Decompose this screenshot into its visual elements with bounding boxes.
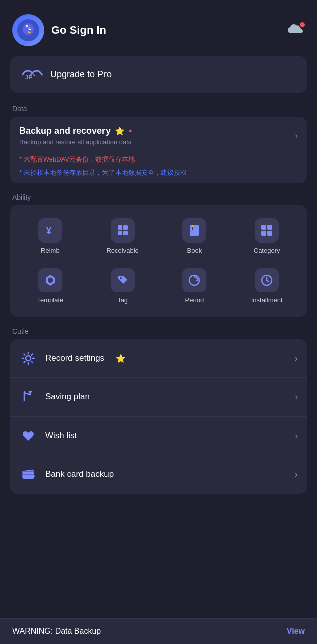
backup-row[interactable]: Backup and recovery ⭐ • Backup and resto… (10, 117, 307, 153)
upgrade-banner[interactable]: JP Upgrade to Pro (10, 56, 307, 93)
ability-item-receivable[interactable]: Receivable (86, 213, 159, 259)
saving-plan-label: Saving plan (45, 392, 90, 402)
backup-info: Backup and recovery ⭐ • Backup and resto… (19, 126, 132, 146)
record-settings-icon (19, 349, 37, 367)
ability-section-label: Ability (0, 189, 317, 205)
template-icon (38, 268, 62, 292)
warning-blue: * 未授权本地备份存放目录，为了本地数据安全，建议授权 (10, 166, 307, 183)
record-settings-label: Record settings (45, 353, 104, 363)
template-label: Template (37, 296, 64, 304)
data-section-label: Data (0, 101, 317, 117)
bottom-warning-text: WARNING: Data Backup (12, 627, 101, 636)
bank-card-icon (19, 465, 37, 484)
list-item-saving-plan[interactable]: Saving plan › (10, 378, 307, 417)
category-label: Category (254, 247, 280, 254)
ability-item-book[interactable]: Book (159, 213, 231, 259)
svg-rect-8 (123, 225, 128, 230)
book-label: Book (187, 247, 202, 254)
ability-grid: ¥ Reimb Receivable (14, 213, 303, 309)
list-item-record-settings[interactable]: Record settings ⭐ › (10, 339, 307, 378)
period-icon (182, 268, 206, 292)
upgrade-text: Upgrade to Pro (50, 69, 112, 80)
reimb-label: Reimb (41, 247, 60, 254)
period-label: Period (185, 296, 204, 304)
bank-card-chevron-icon: › (295, 469, 298, 480)
svg-rect-25 (23, 474, 34, 475)
installment-icon (255, 268, 279, 292)
tag-icon (111, 268, 135, 292)
category-icon (255, 218, 279, 243)
record-settings-chevron-icon: › (295, 353, 298, 364)
svg-rect-16 (267, 231, 272, 236)
header-title: Go Sign In (51, 24, 107, 37)
tag-label: Tag (117, 296, 128, 304)
bottom-view-button[interactable]: View (287, 627, 305, 636)
svg-text:¥: ¥ (26, 24, 28, 29)
svg-rect-10 (123, 231, 128, 235)
backup-title: Backup and recovery ⭐ • (19, 126, 132, 136)
backup-star-icon: ⭐ (115, 126, 125, 136)
cutie-section-label: Cutie (0, 323, 317, 339)
upgrade-logo: JP (20, 65, 44, 84)
avatar[interactable]: ¥ (12, 14, 44, 46)
installment-label: Installment (251, 296, 283, 304)
backup-chevron-icon: › (295, 131, 298, 141)
svg-rect-14 (267, 225, 272, 230)
header: ¥ Go Sign In (0, 0, 317, 56)
book-icon (182, 218, 206, 243)
wish-list-label: Wish list (45, 431, 77, 441)
ability-item-installment[interactable]: Installment (231, 263, 303, 309)
bottom-warning-bar: WARNING: Data Backup View (0, 618, 317, 644)
bank-card-left: Bank card backup (19, 465, 114, 484)
saving-plan-chevron-icon: › (295, 392, 298, 403)
saving-plan-left: Saving plan (19, 388, 90, 406)
list-item-wish-list[interactable]: Wish list › (10, 417, 307, 455)
saving-plan-icon (19, 388, 37, 406)
backup-dot-icon: • (129, 126, 132, 136)
svg-text:¥: ¥ (46, 226, 51, 236)
ability-item-category[interactable]: Category (231, 213, 303, 259)
cloud-notification-icon[interactable] (287, 22, 305, 38)
receivable-label: Receivable (106, 247, 138, 254)
ability-card: ¥ Reimb Receivable (10, 205, 307, 317)
cutie-list-card: Record settings ⭐ › Saving plan › (10, 339, 307, 494)
backup-card: Backup and recovery ⭐ • Backup and resto… (10, 117, 307, 183)
svg-rect-7 (118, 225, 122, 230)
svg-rect-11 (190, 225, 199, 236)
header-left: ¥ Go Sign In (12, 14, 107, 46)
record-settings-star-icon: ⭐ (116, 354, 126, 363)
wish-list-icon (19, 427, 37, 445)
list-item-bank-card-backup[interactable]: Bank card backup › (10, 455, 307, 494)
ability-item-period[interactable]: Period (159, 263, 231, 309)
svg-point-20 (26, 356, 31, 361)
svg-point-17 (120, 277, 122, 279)
bank-card-label: Bank card backup (45, 469, 114, 479)
svg-rect-13 (261, 225, 266, 230)
backup-subtitle: Backup and restore all application data (19, 138, 132, 146)
record-settings-left: Record settings ⭐ (19, 349, 126, 367)
svg-text:JP: JP (25, 74, 33, 80)
svg-rect-15 (261, 231, 266, 236)
wish-list-left: Wish list (19, 427, 77, 445)
wish-list-chevron-icon: › (295, 431, 298, 441)
ability-item-tag[interactable]: Tag (86, 263, 159, 309)
ability-item-reimb[interactable]: ¥ Reimb (14, 213, 86, 259)
receivable-icon (111, 218, 135, 243)
svg-rect-9 (118, 231, 122, 235)
svg-point-3 (29, 28, 30, 29)
reimb-icon: ¥ (38, 218, 62, 243)
ability-item-template[interactable]: Template (14, 263, 86, 309)
warning-red: * 未配置WebDAV云备份，数据仅存本地 (10, 153, 307, 166)
